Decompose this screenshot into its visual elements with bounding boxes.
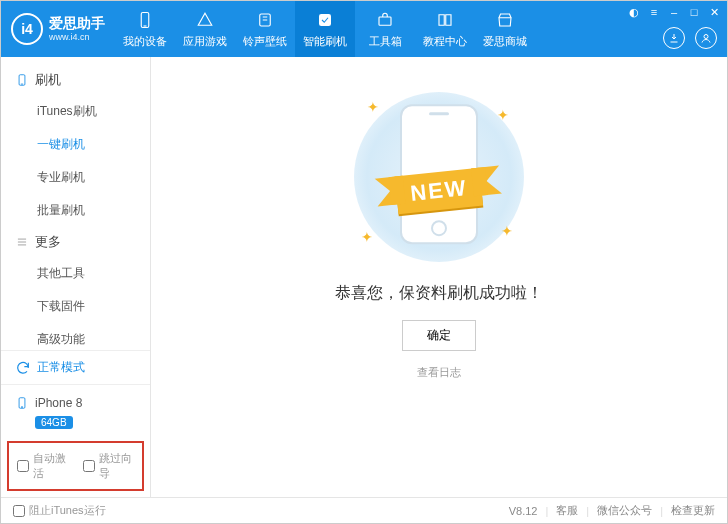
checkbox-input[interactable] [17,460,29,472]
checkbox-input[interactable] [13,505,25,517]
options-highlight-box: 自动激活 跳过向导 [7,441,144,491]
tab-label: 铃声壁纸 [243,34,287,49]
header: i4 爱思助手 www.i4.cn 我的设备 应用游戏 铃声壁纸 智能刷机 [1,1,727,57]
tab-label: 我的设备 [123,34,167,49]
phone-icon [135,10,155,30]
apps-icon [195,10,215,30]
tab-label: 应用游戏 [183,34,227,49]
svg-point-5 [704,35,708,39]
tab-apps[interactable]: 应用游戏 [175,1,235,57]
tab-mall[interactable]: 爱思商城 [475,1,535,57]
sidebar-group-more[interactable]: 更多 [1,227,150,257]
storage-badge: 64GB [35,416,73,429]
checkbox-auto-activate[interactable]: 自动激活 [17,451,69,481]
minimize-icon[interactable]: – [667,5,681,19]
sidebar-item-advanced[interactable]: 高级功能 [1,323,150,350]
tab-toolbox[interactable]: 工具箱 [355,1,415,57]
toolbox-icon [375,10,395,30]
checkbox-label: 阻止iTunes运行 [29,503,106,518]
maximize-icon[interactable]: □ [687,5,701,19]
sidebar-item-other-tools[interactable]: 其他工具 [1,257,150,290]
version-label: V8.12 [509,505,538,517]
close-icon[interactable]: ✕ [707,5,721,19]
tab-label: 爱思商城 [483,34,527,49]
sidebar-item-batch-flash[interactable]: 批量刷机 [1,194,150,227]
success-illustration: ✦✦✦✦ NEW [339,87,539,267]
logo-url: www.i4.cn [49,32,105,43]
checkbox-skip-guide[interactable]: 跳过向导 [83,451,135,481]
checkbox-input[interactable] [83,460,95,472]
download-icon[interactable] [663,27,685,49]
phone-icon [15,395,29,411]
checkbox-block-itunes[interactable]: 阻止iTunes运行 [13,503,106,518]
phone-icon [15,73,29,87]
main-content: ✦✦✦✦ NEW 恭喜您，保资料刷机成功啦！ 确定 查看日志 [151,57,727,497]
sidebar-item-download-firmware[interactable]: 下载固件 [1,290,150,323]
footer: 阻止iTunes运行 V8.12 | 客服 | 微信公众号 | 检查更新 [1,497,727,523]
mode-label: 正常模式 [37,359,85,376]
checkbox-label: 自动激活 [33,451,69,481]
book-icon [435,10,455,30]
svg-point-12 [21,407,22,408]
skin-icon[interactable]: ◐ [627,5,641,19]
user-icon[interactable] [695,27,717,49]
music-icon [255,10,275,30]
device-info[interactable]: iPhone 8 64GB [1,384,150,439]
tab-label: 工具箱 [369,34,402,49]
group-title: 刷机 [35,71,61,89]
tab-label: 教程中心 [423,34,467,49]
wechat-link[interactable]: 微信公众号 [597,503,652,518]
svg-rect-4 [379,17,391,25]
device-name: iPhone 8 [35,396,82,410]
refresh-icon [15,360,31,376]
svg-rect-3 [319,14,331,26]
menu-icon[interactable]: ≡ [647,5,661,19]
mode-indicator[interactable]: 正常模式 [1,351,150,384]
tab-label: 智能刷机 [303,34,347,49]
update-link[interactable]: 检查更新 [671,503,715,518]
success-message: 恭喜您，保资料刷机成功啦！ [335,283,543,304]
tab-tutorial[interactable]: 教程中心 [415,1,475,57]
sidebar-item-oneclick-flash[interactable]: 一键刷机 [1,128,150,161]
checkbox-label: 跳过向导 [99,451,135,481]
logo-title: 爱思助手 [49,15,105,32]
support-link[interactable]: 客服 [556,503,578,518]
sidebar-item-pro-flash[interactable]: 专业刷机 [1,161,150,194]
app-logo: i4 爱思助手 www.i4.cn [1,13,115,45]
tab-ringtones[interactable]: 铃声壁纸 [235,1,295,57]
sidebar-item-itunes-flash[interactable]: iTunes刷机 [1,95,150,128]
view-log-link[interactable]: 查看日志 [417,365,461,380]
tab-flash[interactable]: 智能刷机 [295,1,355,57]
top-tabs: 我的设备 应用游戏 铃声壁纸 智能刷机 工具箱 教程中心 [115,1,535,57]
svg-rect-0 [141,12,149,27]
sidebar: 刷机 iTunes刷机 一键刷机 专业刷机 批量刷机 更多 其他工具 下载固件 … [1,57,151,497]
tab-devices[interactable]: 我的设备 [115,1,175,57]
flash-icon [315,10,335,30]
confirm-button[interactable]: 确定 [402,320,476,351]
shop-icon [495,10,515,30]
group-title: 更多 [35,233,61,251]
logo-icon: i4 [11,13,43,45]
sidebar-group-flash[interactable]: 刷机 [1,65,150,95]
menu-icon [15,235,29,249]
